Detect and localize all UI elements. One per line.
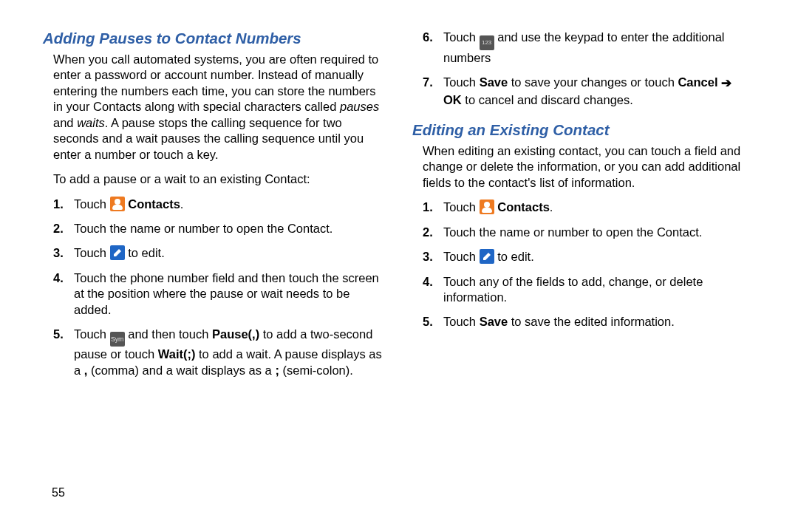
step7-d: to cancel and discard changes.: [462, 93, 633, 106]
es5-b: to save the edited information.: [508, 315, 675, 328]
es5-a: Touch: [443, 315, 480, 328]
step5-e: (comma) and a wait displays as a: [87, 364, 275, 377]
edit-step-1: Touch Contacts.: [423, 200, 752, 215]
right-column: Touch 123 and use the keypad to enter th…: [398, 30, 761, 532]
edit-step-2: Touch the name or number to open the Con…: [423, 225, 752, 240]
intro-pauses-word: pauses: [340, 100, 379, 113]
step-7: Touch Save to save your changes or touch…: [423, 75, 752, 108]
edit-step-4: Touch any of the fields to add, change, …: [423, 274, 752, 306]
step-4: Touch the phone number field and then to…: [53, 270, 383, 318]
intro-waits-word: waits: [77, 116, 105, 129]
step7-b: to save your changes or touch: [508, 75, 678, 89]
intro-paragraph: When you call automated systems, you are…: [43, 52, 383, 163]
edit-icon: [110, 245, 125, 260]
edit-icon: [480, 249, 494, 264]
intro-text-a: When you call automated systems, you are…: [53, 52, 378, 113]
steps-list-right-cont: Touch 123 and use the keypad to enter th…: [412, 30, 752, 108]
manual-page: Adding Pauses to Contact Numbers When yo…: [0, 0, 798, 532]
es1-touch: Touch: [443, 200, 480, 214]
step1-contacts-label: Contacts: [125, 197, 180, 211]
step-5: Touch Sym and then touch Pause(,) to add…: [53, 327, 383, 378]
intro-text-b: and: [53, 116, 77, 129]
step5-a: Touch: [74, 327, 110, 341]
editing-steps-list: Touch Contacts. Touch the name or number…: [412, 200, 752, 330]
sym-key-icon: Sym: [110, 332, 125, 347]
wait-label: Wait(;): [158, 347, 196, 361]
edit-step-5: Touch Save to save the edited informatio…: [423, 314, 752, 330]
contacts-icon: [110, 197, 125, 211]
arrow-icon: ➔: [721, 75, 732, 92]
step3-b: to edit.: [125, 246, 165, 259]
pause-label: Pause(,): [212, 327, 259, 341]
numeric-key-icon: 123: [480, 35, 494, 50]
step5-b: and then touch: [125, 327, 212, 341]
ok-label: OK: [443, 93, 462, 106]
heading-editing-contact: Editing an Existing Contact: [412, 121, 752, 139]
page-number: 55: [52, 486, 65, 499]
step1-touch: Touch: [74, 197, 110, 211]
step6-a: Touch: [443, 30, 480, 44]
editing-intro: When editing an existing contact, you ca…: [412, 143, 752, 191]
step-1: Touch Contacts.: [53, 197, 383, 212]
left-column: Adding Pauses to Contact Numbers When yo…: [34, 30, 398, 532]
step-6: Touch 123 and use the keypad to enter th…: [423, 30, 752, 66]
step5-f: (semi-colon).: [279, 364, 353, 377]
to-add-line: To add a pause or a wait to an existing …: [43, 171, 383, 187]
steps-list-left: Touch Contacts. Touch the name or number…: [43, 197, 383, 379]
step7-a: Touch: [443, 75, 480, 89]
es1-period: .: [550, 200, 553, 214]
step3-a: Touch: [74, 246, 110, 259]
heading-adding-pauses: Adding Pauses to Contact Numbers: [43, 30, 383, 47]
edit-step-3: Touch to edit.: [423, 249, 752, 265]
es1-contacts-label: Contacts: [494, 200, 550, 214]
es5-save: Save: [480, 315, 508, 328]
contacts-icon: [480, 200, 494, 214]
step-3: Touch to edit.: [53, 245, 383, 261]
step1-period: .: [180, 197, 184, 211]
step-2: Touch the name or number to open the Con…: [53, 221, 383, 236]
cancel-label: Cancel: [678, 75, 717, 89]
save-label: Save: [480, 75, 508, 89]
es3-a: Touch: [443, 250, 480, 263]
es3-b: to edit.: [494, 250, 534, 263]
